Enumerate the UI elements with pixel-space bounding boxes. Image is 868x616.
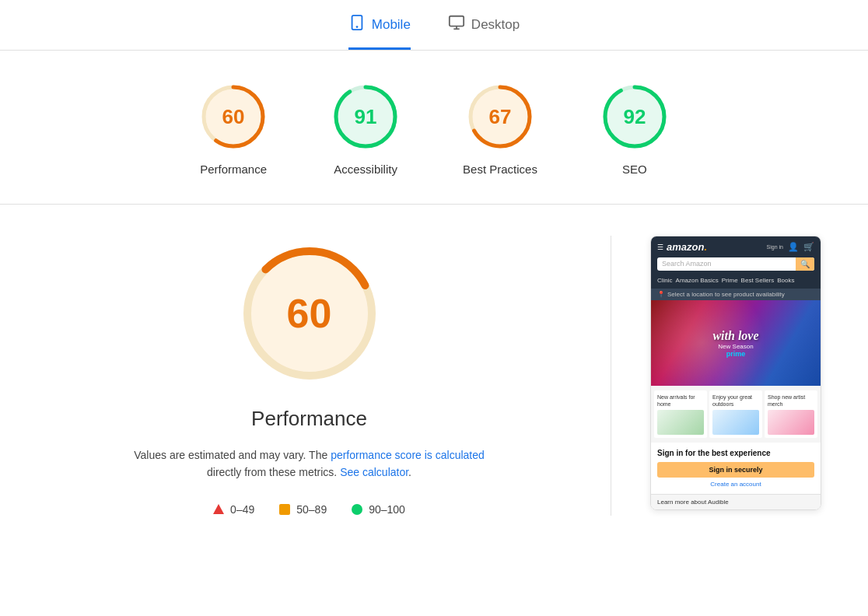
- phone-audible-bar: Learn more about Audible: [651, 494, 821, 509]
- score-legend: 0–49 50–89 90–100: [213, 503, 405, 516]
- description-middle: directly from these metrics.: [207, 466, 340, 478]
- score-value-seo: 92: [623, 105, 646, 129]
- user-icon: 👤: [788, 242, 799, 252]
- big-score-value: 60: [287, 290, 332, 337]
- phone-search-bar: Search Amazon 🔍: [657, 257, 814, 271]
- score-label-best-practices: Best Practices: [463, 163, 537, 176]
- score-circle-best-practices: 67: [465, 82, 535, 152]
- phone-nav-links: Clinic Amazon Basics Prime Best Sellers …: [657, 277, 814, 284]
- signin-title: Sign in for the best experience: [657, 449, 814, 457]
- amazon-logo: amazon.: [667, 241, 707, 253]
- location-icon: 📍: [657, 291, 665, 298]
- score-row: 60 Performance 91 Accessibility 67 Best …: [0, 51, 868, 205]
- tab-desktop-label: Desktop: [471, 17, 520, 33]
- average-icon: [279, 504, 290, 515]
- cart-icon: 🛒: [803, 242, 814, 252]
- right-panel: ☰ amazon. Sign in 👤 🛒 Search Amazon 🔍 Cl…: [650, 236, 821, 510]
- score-circle-seo: 92: [600, 82, 670, 152]
- score-item-performance[interactable]: 60 Performance: [198, 82, 268, 176]
- score-label-performance: Performance: [200, 163, 267, 176]
- phone-card-0: New arrivals for home: [654, 390, 707, 438]
- tab-mobile[interactable]: Mobile: [348, 14, 411, 50]
- desktop-icon: [448, 14, 465, 35]
- fail-icon: [213, 504, 224, 514]
- card-title-0: New arrivals for home: [657, 394, 704, 408]
- tab-mobile-label: Mobile: [372, 17, 411, 33]
- svg-rect-2: [450, 16, 464, 26]
- nav-link-prime[interactable]: Prime: [722, 277, 738, 284]
- phone-card-1: Enjoy your great outdoors: [709, 390, 762, 438]
- pass-range: 90–100: [369, 503, 405, 516]
- tab-bar: Mobile Desktop: [0, 0, 868, 51]
- card-img-2: [768, 410, 814, 435]
- nav-icons: Sign in 👤 🛒: [767, 242, 814, 252]
- calculator-link[interactable]: See calculator: [340, 466, 408, 478]
- phone-cards: New arrivals for home Enjoy your great o…: [651, 386, 821, 443]
- signin-button[interactable]: Sign in securely: [657, 462, 814, 478]
- card-title-1: Enjoy your great outdoors: [712, 394, 759, 408]
- card-img-0: [657, 410, 704, 435]
- score-label-seo: SEO: [622, 163, 647, 176]
- score-description: Values are estimated and may vary. The p…: [131, 446, 488, 481]
- fail-range: 0–49: [230, 503, 254, 516]
- score-value-best-practices: 67: [489, 105, 512, 129]
- nav-link-clinic[interactable]: Clinic: [657, 277, 673, 284]
- card-img-1: [712, 410, 759, 435]
- legend-fail: 0–49: [213, 503, 254, 516]
- legend-pass: 90–100: [352, 503, 405, 516]
- phone-hero-image: with love New Season prime: [651, 300, 821, 386]
- score-circle-performance: 60: [198, 82, 268, 152]
- pass-icon: [352, 504, 362, 515]
- main-content: 60 Performance Values are estimated and …: [0, 205, 868, 547]
- nav-link-basics[interactable]: Amazon Basics: [676, 277, 719, 284]
- score-circle-accessibility: 91: [331, 82, 401, 152]
- hero-prime: prime: [712, 350, 758, 358]
- score-item-seo[interactable]: 92 SEO: [600, 82, 670, 176]
- nav-link-bestsellers[interactable]: Best Sellers: [741, 277, 775, 284]
- phone-navbar: ☰ amazon. Sign in 👤 🛒 Search Amazon 🔍 Cl…: [651, 236, 821, 289]
- description-text: Values are estimated and may vary. The: [134, 449, 331, 461]
- left-panel: 60 Performance Values are estimated and …: [47, 236, 572, 516]
- big-score-circle: 60: [232, 236, 387, 391]
- legend-average: 50–89: [279, 503, 327, 516]
- search-placeholder[interactable]: Search Amazon: [657, 257, 796, 271]
- location-text: Select a location to see product availab…: [667, 291, 785, 298]
- mobile-icon: [348, 14, 366, 35]
- tab-desktop[interactable]: Desktop: [448, 14, 520, 50]
- search-button[interactable]: 🔍: [796, 257, 814, 271]
- panel-divider: [611, 236, 611, 516]
- hero-text: with love: [712, 328, 758, 343]
- create-account-link[interactable]: Create an account: [657, 481, 814, 488]
- score-item-best-practices[interactable]: 67 Best Practices: [463, 82, 537, 176]
- average-range: 50–89: [296, 503, 327, 516]
- description-end: .: [408, 466, 411, 478]
- score-item-accessibility[interactable]: 91 Accessibility: [331, 82, 401, 176]
- score-value-performance: 60: [222, 105, 245, 129]
- signin-text: Sign in: [767, 244, 783, 250]
- phone-nav-top: ☰ amazon. Sign in 👤 🛒: [657, 241, 814, 253]
- audible-text: Learn more about Audible: [657, 499, 729, 506]
- phone-signin-section: Sign in for the best experience Sign in …: [651, 443, 821, 494]
- score-value-accessibility: 91: [355, 105, 377, 129]
- phone-screenshot: ☰ amazon. Sign in 👤 🛒 Search Amazon 🔍 Cl…: [650, 236, 821, 510]
- card-title-2: Shop new artist merch: [768, 394, 814, 408]
- score-label-accessibility: Accessibility: [334, 163, 397, 176]
- hero-sub: New Season: [712, 343, 758, 350]
- phone-card-2: Shop new artist merch: [765, 390, 817, 438]
- perf-score-link[interactable]: performance score is calculated: [331, 449, 485, 461]
- phone-location-bar: 📍 Select a location to see product avail…: [651, 289, 821, 300]
- nav-link-books[interactable]: Books: [777, 277, 794, 284]
